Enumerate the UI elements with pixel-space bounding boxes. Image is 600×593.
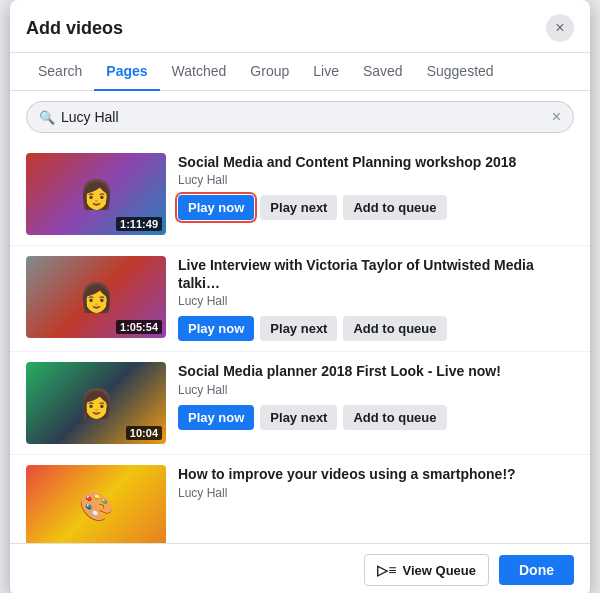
video-author: Lucy Hall [178, 486, 574, 500]
video-list: 👩 1:11:49 Social Media and Content Plann… [10, 143, 590, 543]
add-videos-modal: Add videos × Search Pages Watched Group … [10, 0, 590, 593]
view-queue-label: View Queue [403, 563, 476, 578]
queue-icon: ▷≡ [377, 562, 396, 578]
tabs-container: Search Pages Watched Group Live Saved Su… [10, 53, 590, 91]
add-to-queue-button[interactable]: Add to queue [343, 316, 446, 341]
done-button[interactable]: Done [499, 555, 574, 585]
video-item: 🎨 How to improve your videos using a sma… [10, 455, 590, 543]
video-actions: Play now Play next Add to queue [178, 316, 574, 341]
modal-header: Add videos × [10, 0, 590, 53]
video-item: 👩 1:11:49 Social Media and Content Plann… [10, 143, 590, 246]
video-duration: 1:11:49 [116, 217, 162, 231]
video-info: Live Interview with Victoria Taylor of U… [178, 256, 574, 341]
tab-watched[interactable]: Watched [160, 53, 239, 91]
view-queue-button[interactable]: ▷≡ View Queue [364, 554, 489, 586]
close-button[interactable]: × [546, 14, 574, 42]
video-thumbnail: 👩 1:11:49 [26, 153, 166, 235]
video-info: Social Media planner 2018 First Look - L… [178, 362, 574, 429]
video-item: 👩 1:05:54 Live Interview with Victoria T… [10, 246, 590, 352]
tab-suggested[interactable]: Suggested [415, 53, 506, 91]
tab-pages[interactable]: Pages [94, 53, 159, 91]
modal-title: Add videos [26, 18, 123, 39]
video-title: Social Media planner 2018 First Look - L… [178, 362, 574, 380]
search-bar: 🔍 × [26, 101, 574, 133]
tab-search[interactable]: Search [26, 53, 94, 91]
video-author: Lucy Hall [178, 294, 574, 308]
video-title: Social Media and Content Planning worksh… [178, 153, 574, 171]
video-info: Social Media and Content Planning worksh… [178, 153, 574, 220]
video-author: Lucy Hall [178, 173, 574, 187]
play-next-button[interactable]: Play next [260, 316, 337, 341]
modal-footer: ▷≡ View Queue Done [10, 543, 590, 593]
video-item: 👩 10:04 Social Media planner 2018 First … [10, 352, 590, 455]
play-next-button[interactable]: Play next [260, 195, 337, 220]
video-thumbnail: 🎨 [26, 465, 166, 543]
video-thumbnail: 👩 1:05:54 [26, 256, 166, 338]
play-next-button[interactable]: Play next [260, 405, 337, 430]
video-thumbnail: 👩 10:04 [26, 362, 166, 444]
search-input[interactable] [61, 109, 552, 125]
play-now-button[interactable]: Play now [178, 195, 254, 220]
video-actions: Play now Play next Add to queue [178, 195, 574, 220]
thumbnail-image: 🎨 [26, 465, 166, 543]
tab-saved[interactable]: Saved [351, 53, 415, 91]
tab-group[interactable]: Group [238, 53, 301, 91]
video-title: Live Interview with Victoria Taylor of U… [178, 256, 574, 292]
search-icon: 🔍 [39, 110, 55, 125]
search-clear-button[interactable]: × [552, 108, 561, 126]
video-actions: Play now Play next Add to queue [178, 405, 574, 430]
video-duration: 10:04 [126, 426, 162, 440]
add-to-queue-button[interactable]: Add to queue [343, 195, 446, 220]
video-duration: 1:05:54 [116, 320, 162, 334]
video-title: How to improve your videos using a smart… [178, 465, 574, 483]
add-to-queue-button[interactable]: Add to queue [343, 405, 446, 430]
play-now-button[interactable]: Play now [178, 316, 254, 341]
video-info: How to improve your videos using a smart… [178, 465, 574, 507]
video-author: Lucy Hall [178, 383, 574, 397]
tab-live[interactable]: Live [301, 53, 351, 91]
play-now-button[interactable]: Play now [178, 405, 254, 430]
